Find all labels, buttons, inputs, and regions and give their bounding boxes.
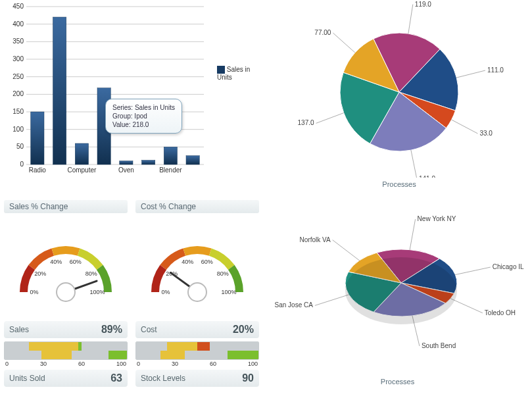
- stock-value: 90: [242, 372, 254, 384]
- bar-chart-panel: 050100150200250300350400450RadioTVComput…: [0, 0, 266, 197]
- svg-point-63: [188, 283, 206, 301]
- svg-text:60%: 60%: [70, 259, 82, 265]
- svg-rect-30: [142, 161, 155, 164]
- svg-line-64: [410, 219, 415, 249]
- svg-text:Radio: Radio: [29, 166, 47, 174]
- svg-line-42: [411, 150, 417, 178]
- units-spark: 0 30 60 100: [4, 341, 128, 367]
- svg-text:250: 250: [12, 73, 24, 80]
- cost-gauge: 0%20%40%60%80%100%: [138, 220, 256, 312]
- svg-text:33.0: 33.0: [479, 130, 493, 137]
- svg-text:80%: 80%: [217, 270, 229, 277]
- svg-rect-20: [31, 112, 44, 164]
- svg-text:0: 0: [20, 161, 24, 168]
- svg-line-44: [316, 113, 344, 124]
- svg-text:Vacuum: Vacuum: [137, 173, 160, 174]
- cost-label: Cost: [141, 325, 157, 334]
- bar-tooltip: Series: Sales in Units Group: Ipod Value…: [105, 99, 182, 134]
- tick: 30: [172, 361, 178, 367]
- pie2-panel: New York NYChicago ILToledo OHSouth Bend…: [263, 197, 532, 395]
- units-label: Units Sold: [9, 374, 45, 383]
- stock-value-row: Stock Levels 90: [135, 370, 259, 387]
- sales-value-row: Sales 89%: [4, 321, 128, 338]
- svg-text:119.0: 119.0: [415, 1, 431, 8]
- pie1-chart: 119.0111.033.0141.0137.077.00: [268, 0, 531, 178]
- tick: 100: [248, 361, 258, 367]
- svg-line-68: [450, 299, 483, 313]
- svg-text:South Bend: South Bend: [421, 342, 455, 349]
- tick: 100: [116, 361, 126, 367]
- svg-rect-32: [164, 147, 177, 164]
- svg-text:Ipod: Ipod: [97, 173, 110, 174]
- tick: 0: [5, 361, 9, 367]
- svg-line-66: [455, 267, 490, 274]
- svg-line-40: [452, 120, 478, 134]
- tooltip-series: Series: Sales in Units: [112, 103, 175, 112]
- svg-text:111.0: 111.0: [487, 66, 504, 74]
- cost-gauge-panel: Cost % Change 0%20%40%60%80%100% Cost 20…: [132, 197, 263, 395]
- svg-text:40%: 40%: [181, 259, 193, 265]
- dashboard: 050100150200250300350400450RadioTVComput…: [0, 0, 532, 400]
- svg-point-55: [57, 283, 75, 301]
- stock-label: Stock Levels: [141, 374, 185, 383]
- pie1-title: Processes: [266, 178, 532, 192]
- sales-gauge-panel: Sales % Change 0%20%40%60%80%100% Sales …: [0, 197, 132, 395]
- svg-rect-24: [75, 143, 88, 164]
- svg-line-36: [408, 5, 413, 34]
- legend-swatch-icon: [217, 66, 225, 74]
- sales-value: 89%: [101, 324, 122, 336]
- pie2-title: Processes: [263, 375, 532, 389]
- svg-text:TV: TV: [55, 173, 64, 174]
- svg-text:150: 150: [12, 108, 24, 115]
- units-value: 63: [110, 372, 122, 384]
- svg-text:San Jose CA: San Jose CA: [274, 301, 313, 309]
- tooltip-value: Value: 218.0: [112, 120, 175, 129]
- svg-point-76: [345, 257, 457, 324]
- tick: 60: [78, 361, 85, 367]
- svg-text:100%: 100%: [221, 289, 236, 295]
- svg-text:350: 350: [12, 38, 24, 45]
- svg-text:60%: 60%: [201, 259, 213, 265]
- svg-text:100: 100: [12, 126, 24, 133]
- svg-text:Chicago IL: Chicago IL: [492, 263, 523, 270]
- svg-text:Oven: Oven: [118, 166, 134, 174]
- svg-text:137.0: 137.0: [298, 119, 314, 126]
- pie2-chart: New York NYChicago ILToledo OHSouth Bend…: [266, 197, 529, 375]
- svg-rect-28: [120, 161, 133, 164]
- svg-text:40%: 40%: [50, 259, 62, 265]
- svg-rect-22: [53, 17, 66, 164]
- svg-text:New York NY: New York NY: [417, 215, 456, 222]
- pie1-panel: 119.0111.033.0141.0137.077.00 Processes: [266, 0, 532, 197]
- tooltip-group: Group: Ipod: [112, 112, 175, 120]
- svg-text:50: 50: [16, 143, 24, 150]
- svg-text:0%: 0%: [30, 289, 38, 295]
- svg-text:Computer: Computer: [67, 166, 97, 174]
- cost-gauge-header: Cost % Change: [135, 200, 259, 213]
- bottom-row: Sales % Change 0%20%40%60%80%100% Sales …: [0, 197, 532, 395]
- svg-line-72: [314, 295, 349, 305]
- bar-chart: 050100150200250300350400450RadioTVComput…: [4, 3, 214, 174]
- top-row: 050100150200250300350400450RadioTVComput…: [0, 0, 532, 197]
- tick: 0: [137, 361, 140, 367]
- svg-text:450: 450: [12, 3, 24, 10]
- svg-rect-34: [186, 156, 199, 164]
- svg-text:Toledo OH: Toledo OH: [484, 309, 515, 316]
- bar-legend: Sales in Units: [217, 66, 266, 81]
- tick: 30: [40, 361, 47, 367]
- svg-text:400: 400: [12, 20, 24, 28]
- sales-gauge: 0%20%40%60%80%100%: [7, 220, 125, 312]
- sales-gauge-header: Sales % Change: [4, 200, 128, 213]
- svg-text:200: 200: [12, 90, 24, 97]
- svg-line-46: [333, 33, 355, 53]
- svg-text:20%: 20%: [34, 270, 46, 277]
- svg-text:0%: 0%: [161, 289, 170, 295]
- svg-text:Norfolk VA: Norfolk VA: [299, 236, 330, 243]
- cost-value: 20%: [233, 324, 254, 336]
- units-value-row: Units Sold 63: [4, 370, 128, 387]
- sales-label: Sales: [9, 325, 29, 334]
- cost-value-row: Cost 20%: [135, 321, 259, 338]
- svg-text:80%: 80%: [85, 270, 97, 277]
- tick: 60: [210, 361, 216, 367]
- stock-spark: 0 30 60 100: [135, 341, 259, 367]
- svg-text:300: 300: [12, 55, 24, 63]
